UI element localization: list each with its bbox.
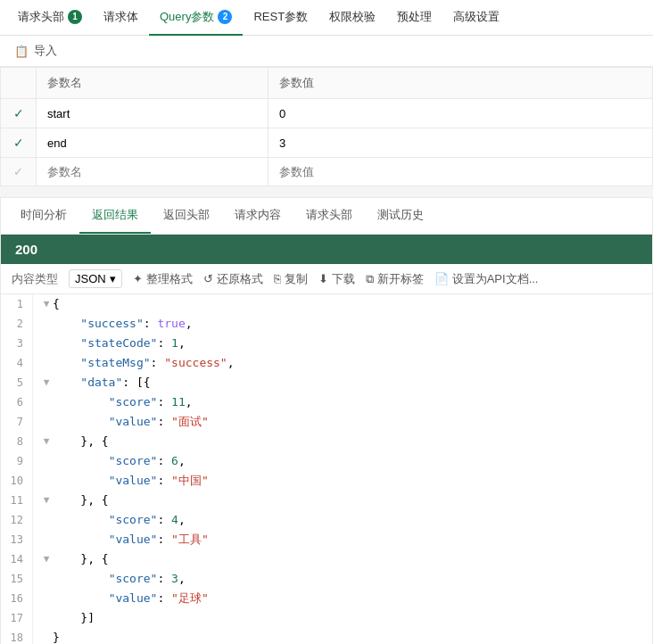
row3-value[interactable] bbox=[269, 158, 653, 186]
new-tab-button[interactable]: ⧉ 新开标签 bbox=[366, 271, 424, 287]
line-content: "score": 11, bbox=[53, 392, 652, 412]
restore-icon: ↺ bbox=[203, 272, 213, 285]
line-content: "data": [{ bbox=[53, 373, 652, 392]
line-content: "value": "足球" bbox=[53, 589, 652, 608]
import-label: 导入 bbox=[34, 43, 57, 59]
code-line: 1▼{ bbox=[1, 294, 652, 314]
line-content: }] bbox=[53, 608, 652, 628]
code-line: 18 } bbox=[1, 628, 652, 644]
row1-value[interactable] bbox=[269, 99, 653, 128]
line-number: 5 bbox=[1, 373, 33, 392]
tab-auth[interactable]: 权限校验 bbox=[318, 0, 386, 36]
top-tab-bar: 请求头部 1 请求体 Query参数 2 REST参数 权限校验 预处理 高级设… bbox=[0, 0, 653, 36]
line-content: "stateCode": 1, bbox=[53, 334, 652, 353]
check-icon: ✓ bbox=[13, 106, 24, 120]
line-number: 1 bbox=[1, 294, 33, 314]
download-button[interactable]: ⬇ 下载 bbox=[318, 271, 355, 287]
code-area: 1▼{2 "success": true,3 "stateCode": 1,4 … bbox=[1, 294, 652, 644]
code-line: 8▼ }, { bbox=[1, 432, 652, 451]
tab-request-body-label: 请求体 bbox=[103, 9, 138, 25]
copy-icon: ⎘ bbox=[274, 272, 281, 285]
api-doc-button[interactable]: 📄 设置为API文档... bbox=[434, 271, 539, 287]
tab-request-body[interactable]: 请求体 bbox=[93, 0, 149, 36]
code-line: 14▼ }, { bbox=[1, 549, 652, 569]
row2-name-input[interactable] bbox=[47, 136, 257, 150]
table-row: ✓ bbox=[1, 128, 653, 158]
row3-value-input[interactable] bbox=[279, 165, 641, 178]
fold-icon[interactable]: ▼ bbox=[40, 491, 53, 510]
tab-query-params-label: Query参数 bbox=[160, 9, 214, 25]
tab-advanced[interactable]: 高级设置 bbox=[442, 0, 510, 36]
table-row: ✓ bbox=[1, 99, 653, 128]
row2-check: ✓ bbox=[1, 128, 37, 158]
row3-name-input[interactable] bbox=[47, 165, 257, 178]
line-number: 16 bbox=[1, 589, 33, 608]
code-line: 10 "value": "中国" bbox=[1, 471, 652, 491]
row2-value[interactable] bbox=[269, 128, 653, 158]
row3-name[interactable] bbox=[37, 158, 269, 186]
tab-return-header[interactable]: 返回头部 bbox=[151, 198, 222, 234]
tab-request-content[interactable]: 请求内容 bbox=[222, 198, 293, 234]
line-number: 2 bbox=[1, 314, 33, 334]
status-code: 200 bbox=[15, 242, 37, 257]
line-content: }, { bbox=[53, 549, 652, 569]
line-content: "value": "工具" bbox=[53, 530, 652, 549]
row2-value-input[interactable] bbox=[279, 136, 641, 150]
chevron-down-icon: ▾ bbox=[110, 272, 116, 285]
line-number: 15 bbox=[1, 569, 33, 589]
tab-preprocess-label: 预处理 bbox=[397, 9, 432, 25]
line-number: 9 bbox=[1, 451, 33, 471]
code-line: 4 "stateMsg": "success", bbox=[1, 353, 652, 373]
line-content: "stateMsg": "success", bbox=[53, 353, 652, 373]
tidy-icon: ✦ bbox=[133, 272, 143, 285]
tab-request-header[interactable]: 请求头部 1 bbox=[7, 0, 93, 36]
line-number: 12 bbox=[1, 510, 33, 530]
fold-icon[interactable]: ▼ bbox=[40, 294, 53, 314]
tab-rest-params-label: REST参数 bbox=[253, 9, 308, 25]
tab-rest-params[interactable]: REST参数 bbox=[243, 0, 318, 36]
code-line: 17 }] bbox=[1, 608, 652, 628]
params-table: 参数名 参数值 ✓ ✓ ✓ bbox=[0, 67, 653, 186]
row1-name-input[interactable] bbox=[47, 107, 257, 120]
fold-icon[interactable]: ▼ bbox=[40, 549, 53, 569]
tab-preprocess[interactable]: 预处理 bbox=[386, 0, 442, 36]
line-content: }, { bbox=[53, 432, 652, 451]
row2-name[interactable] bbox=[37, 128, 269, 158]
line-content: "score": 3, bbox=[53, 569, 652, 589]
fold-icon[interactable]: ▼ bbox=[40, 432, 53, 451]
line-content: }, { bbox=[53, 491, 652, 510]
code-toolbar: 内容类型 JSON ▾ ✦ 整理格式 ↺ 还原格式 ⎘ 复制 ⬇ 下载 ⧉ 新开… bbox=[1, 264, 652, 294]
code-line: 13 "value": "工具" bbox=[1, 530, 652, 549]
line-number: 7 bbox=[1, 412, 33, 432]
download-icon: ⬇ bbox=[318, 272, 328, 285]
tidy-button[interactable]: ✦ 整理格式 bbox=[133, 271, 193, 287]
restore-button[interactable]: ↺ 还原格式 bbox=[203, 271, 263, 287]
code-line: 5▼ "data": [{ bbox=[1, 373, 652, 392]
col-value: 参数值 bbox=[269, 68, 653, 99]
tab-query-params-badge: 2 bbox=[218, 10, 232, 24]
col-check bbox=[1, 68, 37, 99]
tab-test-history[interactable]: 测试历史 bbox=[365, 198, 436, 234]
row1-value-input[interactable] bbox=[279, 107, 641, 120]
format-select[interactable]: JSON ▾ bbox=[69, 269, 122, 288]
row3-check: ✓ bbox=[1, 158, 37, 186]
tab-return-result[interactable]: 返回结果 bbox=[79, 198, 151, 234]
line-number: 11 bbox=[1, 491, 33, 510]
fold-icon[interactable]: ▼ bbox=[40, 373, 53, 392]
tab-time-analysis[interactable]: 时间分析 bbox=[8, 198, 79, 234]
row1-check: ✓ bbox=[1, 99, 37, 128]
code-line: 3 "stateCode": 1, bbox=[1, 334, 652, 353]
copy-button[interactable]: ⎘ 复制 bbox=[274, 271, 308, 287]
check-icon: ✓ bbox=[13, 136, 24, 150]
tab-query-params[interactable]: Query参数 2 bbox=[149, 0, 243, 36]
line-number: 13 bbox=[1, 530, 33, 549]
api-doc-icon: 📄 bbox=[434, 272, 449, 285]
check-icon-empty: ✓ bbox=[13, 165, 23, 178]
row1-name[interactable] bbox=[37, 99, 269, 128]
tab-advanced-label: 高级设置 bbox=[453, 9, 500, 25]
line-content: "value": "中国" bbox=[53, 471, 652, 491]
tab-request-header-badge: 1 bbox=[68, 10, 82, 24]
tab-request-header2[interactable]: 请求头部 bbox=[293, 198, 365, 234]
line-number: 18 bbox=[1, 628, 33, 644]
import-bar[interactable]: 📋 导入 bbox=[0, 36, 653, 67]
